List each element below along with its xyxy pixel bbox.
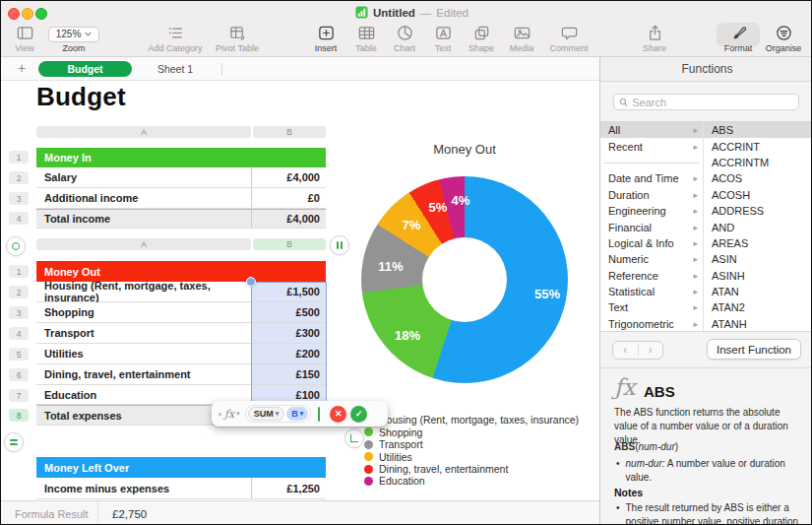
cell[interactable]: Additional income <box>36 188 252 208</box>
zoom-dropdown[interactable]: 125% <box>48 27 100 42</box>
category-item[interactable]: Recent▸ <box>600 138 703 154</box>
media-button[interactable]: Media <box>499 24 544 53</box>
function-item[interactable]: ACOSH <box>704 187 812 203</box>
legend-item[interactable]: Utilities <box>364 451 412 463</box>
category-item[interactable]: Engineering▸ <box>600 203 703 219</box>
shape-button[interactable]: Shape <box>459 24 504 53</box>
pivot-table-button[interactable]: Pivot Table <box>203 24 272 53</box>
cell[interactable]: Income minus expenses <box>36 478 252 498</box>
zoom-control[interactable]: 125% Zoom <box>45 24 102 53</box>
insert-button[interactable]: Insert <box>301 24 350 53</box>
cell[interactable]: Utilities <box>36 344 252 363</box>
category-item[interactable]: Logical & Info▸ <box>600 235 703 251</box>
function-item[interactable]: ABS <box>704 122 812 138</box>
search-input[interactable] <box>632 97 793 108</box>
function-token[interactable]: SUM ▾ <box>248 407 285 421</box>
text-button[interactable]: Text <box>423 24 463 53</box>
category-item[interactable]: Numeric▸ <box>600 251 703 267</box>
formula-token-field[interactable]: SUM ▾ B ▾ <box>245 405 312 423</box>
share-button[interactable]: Share <box>632 24 677 53</box>
function-item[interactable]: ACOS <box>704 170 812 186</box>
add-column-handle[interactable] <box>330 235 349 255</box>
row-number[interactable]: 1 <box>9 265 29 278</box>
column-header-a[interactable]: A <box>36 126 251 138</box>
function-item[interactable]: ADDRESS <box>704 203 812 219</box>
cell[interactable]: Total income <box>36 210 252 228</box>
row-number[interactable]: 1 <box>9 151 29 164</box>
cell-selected[interactable]: £500 <box>252 302 326 322</box>
close-button[interactable] <box>8 8 20 20</box>
cell[interactable]: Money In <box>36 148 326 167</box>
legend-item[interactable]: Dining, travel, entertainment <box>364 463 508 475</box>
cell[interactable]: £0 <box>252 188 326 208</box>
cancel-formula-button[interactable]: ✕ <box>330 406 346 423</box>
column-header-a[interactable]: A <box>36 238 251 250</box>
function-item[interactable]: ACCRINT <box>704 138 812 154</box>
column-header-b-selected[interactable]: B <box>253 238 326 250</box>
category-item[interactable]: Reference▸ <box>600 268 703 284</box>
chevron-down-icon[interactable]: ▾ <box>236 410 240 418</box>
cell-selected[interactable]: £300 <box>252 323 326 343</box>
row-number[interactable]: 3 <box>9 192 29 205</box>
cell-selected[interactable]: £200 <box>252 344 326 363</box>
row-number[interactable]: 2 <box>9 171 29 184</box>
category-item[interactable]: Statistical▸ <box>600 284 703 299</box>
row-number[interactable]: 3 <box>9 306 29 319</box>
cell[interactable]: Shopping <box>36 302 252 322</box>
cell[interactable]: Housing (Rent, mortgage, taxes, insuranc… <box>36 282 252 301</box>
table-row-header[interactable]: Money In <box>36 148 326 167</box>
chart-button[interactable]: Chart <box>383 24 426 53</box>
column-header-b[interactable]: B <box>253 126 326 138</box>
legend-item[interactable]: Transport <box>364 438 423 450</box>
row-number[interactable]: 4 <box>9 212 29 225</box>
fullscreen-button[interactable] <box>35 8 47 20</box>
category-item[interactable]: Duration▸ <box>600 187 703 203</box>
table-row-header[interactable]: Money Out <box>36 261 326 282</box>
cell[interactable]: £4,000 <box>252 167 326 187</box>
comment-button[interactable]: Comment <box>539 24 598 53</box>
function-item[interactable]: ATAN <box>704 284 812 299</box>
tab-budget[interactable]: Budget <box>38 61 132 77</box>
forward-button[interactable]: › <box>639 342 663 359</box>
legend-item[interactable]: Education <box>364 475 425 487</box>
category-item[interactable]: All▸ <box>600 122 703 138</box>
category-item[interactable]: Trigonometric▸ <box>600 316 703 332</box>
function-item[interactable]: AREAS <box>704 235 812 251</box>
selection-handle-dot[interactable] <box>246 277 256 287</box>
legend-item[interactable]: Housing (Rent, mortgage, taxes, insuranc… <box>364 414 579 426</box>
format-button[interactable]: Format <box>714 24 763 53</box>
cell[interactable]: £1,250 <box>252 478 326 498</box>
insert-function-button[interactable]: Insert Function <box>707 339 801 360</box>
tab-sheet1[interactable]: Sheet 1 <box>146 61 205 77</box>
table-row-header[interactable]: Money Left Over <box>36 457 326 478</box>
cell[interactable]: Dining, travel, entertainment <box>36 364 252 384</box>
view-button[interactable]: View <box>5 24 44 53</box>
row-number-selected[interactable]: 8 <box>9 409 29 422</box>
category-item[interactable]: Text▸ <box>600 299 703 315</box>
cell[interactable]: Money Out <box>36 261 326 282</box>
category-item[interactable]: Date and Time▸ <box>600 170 703 186</box>
add-row-handle[interactable] <box>4 432 24 452</box>
organise-button[interactable]: Organise <box>758 24 809 53</box>
table-button[interactable]: Table <box>344 24 388 53</box>
function-item[interactable]: ASINH <box>704 268 812 284</box>
cell[interactable]: Salary <box>36 167 252 187</box>
legend-item[interactable]: Shopping <box>364 427 422 438</box>
cell-selected[interactable]: £1,500 <box>252 282 326 301</box>
cell[interactable]: £4,000 <box>252 210 326 228</box>
add-sheet-button[interactable]: + <box>14 60 30 76</box>
category-item[interactable]: Financial▸ <box>600 219 703 234</box>
function-item[interactable]: AND <box>704 219 812 234</box>
function-item[interactable]: ASIN <box>704 251 812 267</box>
cell[interactable]: Money Left Over <box>36 457 326 478</box>
cell[interactable]: Transport <box>36 323 252 343</box>
table-resize-handle[interactable] <box>344 428 364 448</box>
row-number[interactable]: 5 <box>9 348 29 361</box>
minimize-button[interactable] <box>22 8 33 20</box>
donut-chart[interactable] <box>361 176 568 383</box>
row-number[interactable]: 4 <box>9 327 29 340</box>
back-button[interactable]: ‹ <box>613 342 638 359</box>
row-number[interactable]: 7 <box>9 389 29 402</box>
confirm-formula-button[interactable]: ✓ <box>350 406 367 423</box>
table-select-handle[interactable] <box>6 236 26 256</box>
